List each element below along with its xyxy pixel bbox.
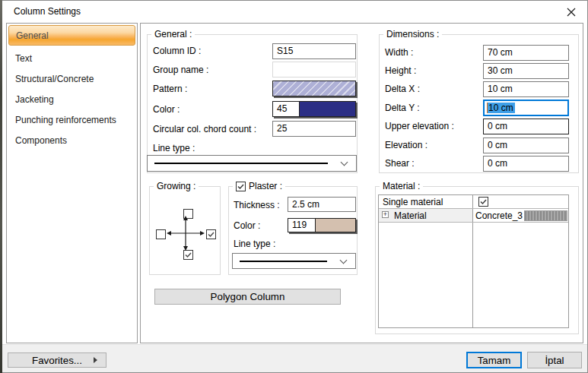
- growing-right-checkbox[interactable]: [206, 229, 216, 239]
- height-input[interactable]: 30 cm: [483, 63, 569, 79]
- group-name-input[interactable]: [272, 62, 356, 77]
- check-icon: [184, 251, 192, 259]
- plaster-group-legend: Plaster :: [249, 181, 282, 191]
- hatch-pattern-icon: [273, 81, 355, 96]
- growing-directions-cross-icon: [167, 215, 205, 251]
- material-row-label: Material: [394, 210, 427, 221]
- table-row-divider: [379, 222, 568, 223]
- upper-elevation-label: Upper elevation :: [385, 121, 454, 131]
- sidebar-item-text[interactable]: Text: [8, 49, 135, 69]
- settings-sidebar: General Text Structural/Concrete Jacketi…: [6, 23, 138, 343]
- pattern-swatch-button[interactable]: [272, 81, 356, 96]
- close-icon: [567, 8, 576, 17]
- plaster-line-type-label: Line type :: [234, 239, 275, 249]
- plaster-checkbox[interactable]: [236, 182, 246, 191]
- delta-y-input[interactable]: 10 cm: [483, 100, 569, 116]
- delta-x-label: Delta X :: [385, 84, 420, 94]
- width-label: Width :: [385, 47, 413, 58]
- cancel-button[interactable]: İptal: [527, 352, 582, 368]
- line-type-select[interactable]: [147, 155, 357, 172]
- elevation-input[interactable]: 0 cm: [483, 138, 569, 153]
- delta-y-label: Delta Y :: [385, 103, 420, 113]
- material-texture-swatch[interactable]: [524, 210, 567, 221]
- dialog-title: Column Settings: [14, 6, 81, 17]
- height-label: Height :: [385, 65, 416, 76]
- single-material-checkbox[interactable]: [478, 197, 488, 207]
- plaster-color-index-value: 119: [288, 219, 316, 232]
- column-id-label: Column ID :: [153, 46, 201, 56]
- chevron-down-icon: [340, 256, 348, 264]
- material-table: Single material + Material Concrete_3: [378, 194, 569, 328]
- sidebar-item-structural-concrete[interactable]: Structural/Concrete: [8, 69, 135, 90]
- growing-group-legend: Growing :: [154, 181, 199, 191]
- plaster-color-picker-button[interactable]: 119: [288, 218, 356, 232]
- expand-icon[interactable]: +: [382, 211, 389, 218]
- delta-x-input[interactable]: 10 cm: [483, 81, 569, 97]
- chord-count-input[interactable]: 25: [272, 121, 356, 137]
- growing-left-checkbox[interactable]: [156, 229, 166, 239]
- title-bar: Column Settings: [2, 1, 587, 22]
- ok-button[interactable]: Tamam: [466, 352, 522, 368]
- group-name-label: Group name :: [153, 65, 208, 75]
- column-id-input[interactable]: S15: [272, 43, 356, 59]
- sidebar-item-punching-reinforcements[interactable]: Punching reinforcements: [8, 110, 135, 131]
- single-material-label: Single material: [383, 197, 443, 207]
- favorites-button[interactable]: Favorites...: [8, 352, 106, 368]
- menu-arrow-icon: [94, 357, 97, 363]
- width-input[interactable]: 70 cm: [483, 45, 569, 61]
- line-type-label: Line type :: [153, 143, 195, 153]
- thickness-label: Thickness :: [234, 200, 280, 210]
- chord-count-label: Circular col. chord count :: [153, 124, 256, 134]
- selected-text: 10 cm: [487, 103, 515, 113]
- shear-label: Shear :: [385, 158, 415, 169]
- chevron-down-icon: [341, 159, 348, 166]
- color-swatch: [300, 102, 355, 116]
- check-icon: [237, 182, 245, 191]
- sidebar-item-components[interactable]: Components: [8, 131, 135, 151]
- solid-line-icon: [154, 163, 328, 164]
- pattern-label: Pattern :: [153, 84, 187, 94]
- sidebar-item-jacketing[interactable]: Jacketing: [8, 90, 135, 110]
- color-label: Color :: [153, 104, 180, 115]
- shear-input[interactable]: 0 cm: [483, 156, 569, 172]
- favorites-label: Favorites...: [32, 355, 82, 366]
- general-group-legend: General :: [151, 29, 195, 40]
- sidebar-item-general[interactable]: General: [8, 25, 135, 46]
- footer-bar: Favorites... Tamam İptal: [2, 344, 587, 372]
- plaster-color-swatch: [316, 219, 355, 232]
- color-index-value: 45: [273, 102, 300, 116]
- table-column-divider: [472, 195, 473, 327]
- polygon-column-button[interactable]: Polygon Column: [154, 289, 341, 305]
- dimensions-group-legend: Dimensions :: [383, 29, 442, 40]
- thickness-input[interactable]: 2.5 cm: [288, 197, 356, 212]
- check-icon: [479, 198, 488, 206]
- plaster-color-label: Color :: [234, 220, 260, 231]
- upper-elevation-input[interactable]: 0 cm: [483, 119, 569, 134]
- solid-line-icon: [240, 261, 327, 262]
- check-icon: [207, 230, 215, 239]
- material-value[interactable]: Concrete_3: [475, 210, 523, 221]
- background-window-edge: [0, 0, 2, 373]
- table-row-divider: [379, 208, 568, 209]
- close-button[interactable]: [565, 6, 577, 18]
- plaster-line-type-select[interactable]: [232, 253, 356, 269]
- elevation-label: Elevation :: [385, 140, 427, 150]
- material-group-legend: Material :: [380, 181, 423, 191]
- color-picker-button[interactable]: 45: [272, 101, 356, 117]
